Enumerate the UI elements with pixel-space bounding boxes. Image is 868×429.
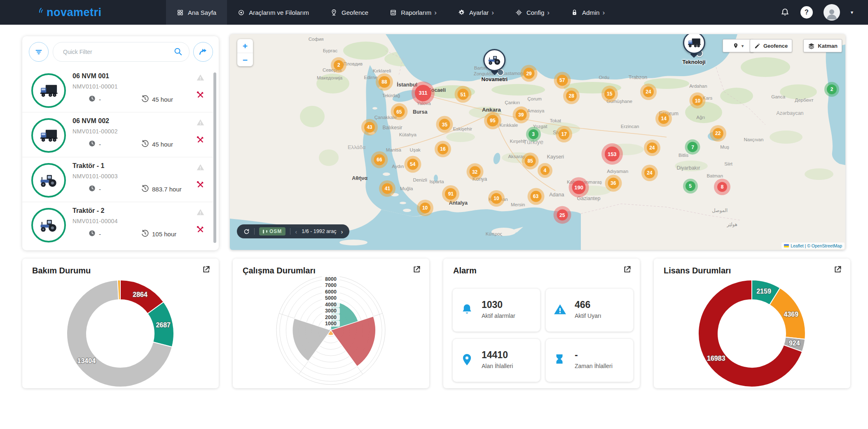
card-title: Lisans Durumları xyxy=(664,266,731,275)
vehicle-row-06-nvm-001[interactable]: 06 NVM 001NMV0101-00001-45 hour xyxy=(22,68,213,112)
cluster-count: 88 xyxy=(381,79,387,85)
nav-item-config[interactable]: Config› xyxy=(505,0,560,25)
vehicle-list-panel: 06 NVM 001NMV0101-00001-45 hour06 NVM 00… xyxy=(22,36,219,250)
vehicle-cluster-marker[interactable]: 95 xyxy=(487,115,498,126)
map-attribution[interactable]: Leaflet | © OpenStreetMap xyxy=(781,242,845,249)
vehicle-cluster-marker[interactable]: 24 xyxy=(643,86,654,97)
vehicle-cluster-marker[interactable]: 36 xyxy=(608,177,619,189)
vehicle-cluster-marker[interactable]: 190 xyxy=(572,181,586,194)
vehicle-cluster-marker[interactable]: 2 xyxy=(827,84,837,94)
vehicle-cluster-marker[interactable]: 16 xyxy=(438,144,448,154)
vehicle-cluster-marker[interactable]: 153 xyxy=(605,147,620,161)
zoom-in-button[interactable]: + xyxy=(237,39,253,53)
map-container[interactable]: СофияБургасПловдивСевернаМакедонијаKırkl… xyxy=(230,34,845,250)
vehicle-cluster-marker[interactable]: 39 xyxy=(515,109,526,120)
vehicle-cluster-marker[interactable]: 29 xyxy=(524,68,535,79)
vehicle-cluster-marker[interactable]: 28 xyxy=(566,91,577,101)
nav-item-label: Admin xyxy=(582,9,600,16)
polar-tick-label: 3000 xyxy=(325,308,337,314)
vehicle-cluster-marker[interactable]: 88 xyxy=(379,76,390,88)
vehicle-hours-stat: 45 hour xyxy=(141,140,173,149)
vehicle-cluster-marker[interactable]: 41 xyxy=(382,183,393,194)
vehicle-cluster-marker[interactable]: 14 xyxy=(658,113,669,124)
nav-item-label: Raporlarım xyxy=(401,9,431,16)
vehicle-cluster-marker[interactable]: 10 xyxy=(491,193,502,204)
vehicle-cluster-marker[interactable]: 32 xyxy=(469,166,480,177)
vehicle-cluster-marker[interactable]: 65 xyxy=(393,106,405,117)
osm-layer-badge[interactable]: OSM xyxy=(259,227,285,235)
donut-label: 16983 xyxy=(707,355,725,362)
vehicle-cluster-marker[interactable]: 63 xyxy=(530,191,541,202)
cluster-count: 14 xyxy=(661,116,667,121)
nav-item-ayarlar[interactable]: Ayarlar› xyxy=(447,0,505,25)
vehicle-cluster-marker[interactable]: 24 xyxy=(644,168,655,178)
vehicle-cluster-marker[interactable]: 25 xyxy=(557,210,568,221)
idle-value: - xyxy=(99,231,101,238)
notifications-bell-icon[interactable] xyxy=(780,8,790,17)
vehicle-cluster-marker[interactable]: 22 xyxy=(713,128,723,139)
nav-item-admin[interactable]: Admin› xyxy=(560,0,615,25)
vehicle-cluster-marker[interactable]: 311 xyxy=(415,85,431,101)
vehicle-cluster-marker[interactable]: 4 xyxy=(540,166,550,175)
cluster-count: 28 xyxy=(569,93,574,99)
card-bakim-durumu: Bakım Durumu 2864268713404 xyxy=(22,259,219,388)
vehicle-cluster-marker[interactable]: 35 xyxy=(439,119,450,130)
vehicle-row-06-nvm-002[interactable]: 06 NVM 002NMV0101-00002-45 hour xyxy=(22,112,213,157)
layers-button[interactable]: Katman xyxy=(803,39,842,52)
filter-button[interactable] xyxy=(29,42,49,62)
vehicle-list-scrollbar[interactable] xyxy=(213,72,216,243)
vehicle-cluster-marker[interactable]: 85 xyxy=(525,155,536,166)
help-button[interactable]: ? xyxy=(800,6,813,19)
search-icon[interactable] xyxy=(173,47,182,58)
vehicle-cluster-marker[interactable]: 57 xyxy=(557,75,568,86)
nav-item-geofence[interactable]: Geofence xyxy=(320,0,379,25)
vehicle-row-traktör---1[interactable]: Traktör - 1NMV0101-00003-883.7 hour xyxy=(22,157,213,202)
vehicle-cluster-marker[interactable]: 54 xyxy=(407,159,418,170)
vehicle-cluster-marker[interactable]: 3 xyxy=(529,129,538,139)
vehicle-cluster-marker[interactable]: 24 xyxy=(647,142,657,153)
vehicle-pin-novametri[interactable]: Novametri xyxy=(482,49,508,82)
marker-style-dropdown[interactable]: ▾ xyxy=(723,39,754,52)
maintenance-tools-icon[interactable] xyxy=(196,225,205,235)
nav-item-ana-sayfa[interactable]: Ana Sayfa xyxy=(166,0,227,25)
vehicle-cluster-marker[interactable]: 5 xyxy=(686,181,695,191)
send-to-map-button[interactable] xyxy=(193,42,213,62)
maintenance-tools-icon[interactable] xyxy=(196,91,205,101)
app-logo[interactable]: novametri xyxy=(39,0,102,25)
nav-item-raporlarım[interactable]: Raporlarım› xyxy=(379,0,447,25)
vehicle-row-traktör---2[interactable]: Traktör - 2NMV0101-00004-105 hour xyxy=(22,202,213,247)
maintenance-tools-icon[interactable] xyxy=(196,135,205,146)
vehicle-cluster-marker[interactable]: 10 xyxy=(420,203,430,213)
dropdown-caret-icon: ▾ xyxy=(742,44,744,48)
polar-segment[interactable] xyxy=(329,329,331,330)
vehicle-cluster-marker[interactable]: 10 xyxy=(693,96,703,106)
warning-icon[interactable] xyxy=(196,73,205,84)
cluster-count: 2 xyxy=(337,62,340,68)
warning-icon[interactable] xyxy=(196,118,205,128)
maintenance-tools-icon[interactable] xyxy=(196,180,205,191)
external-link-icon[interactable] xyxy=(833,265,842,275)
page-next-icon[interactable]: › xyxy=(341,228,343,235)
vehicle-cluster-marker[interactable]: 43 xyxy=(364,122,375,133)
vehicle-pin-teknoloji[interactable]: Teknoloji xyxy=(682,34,705,65)
vehicle-cluster-marker[interactable]: 8 xyxy=(717,182,727,192)
zoom-out-button[interactable]: − xyxy=(237,53,253,66)
vehicle-cluster-marker[interactable]: 2 xyxy=(334,60,344,70)
nav-item-araçlarım-ve-filolarım[interactable]: Araçlarım ve Filolarım xyxy=(227,0,320,25)
geofence-draw-button[interactable]: Geofence xyxy=(750,39,792,52)
vehicle-cluster-marker[interactable]: 66 xyxy=(374,154,385,165)
page-prev-icon[interactable]: ‹ xyxy=(295,228,297,235)
user-menu-chevron-down-icon[interactable]: ▾ xyxy=(851,9,853,15)
refresh-icon[interactable] xyxy=(243,228,250,235)
warning-icon[interactable] xyxy=(196,163,205,173)
vehicle-cluster-marker[interactable]: 51 xyxy=(458,89,469,100)
vehicle-cluster-marker[interactable]: 17 xyxy=(559,129,569,140)
vehicle-cluster-marker[interactable]: 15 xyxy=(604,89,615,99)
external-link-icon[interactable] xyxy=(202,265,211,275)
external-link-icon[interactable] xyxy=(623,265,632,275)
vehicle-cluster-marker[interactable]: 7 xyxy=(688,142,698,152)
user-avatar[interactable] xyxy=(824,4,840,21)
warning-icon[interactable] xyxy=(196,208,205,218)
quick-filter-input[interactable] xyxy=(62,43,171,61)
vehicle-cluster-marker[interactable]: 91 xyxy=(445,188,456,200)
